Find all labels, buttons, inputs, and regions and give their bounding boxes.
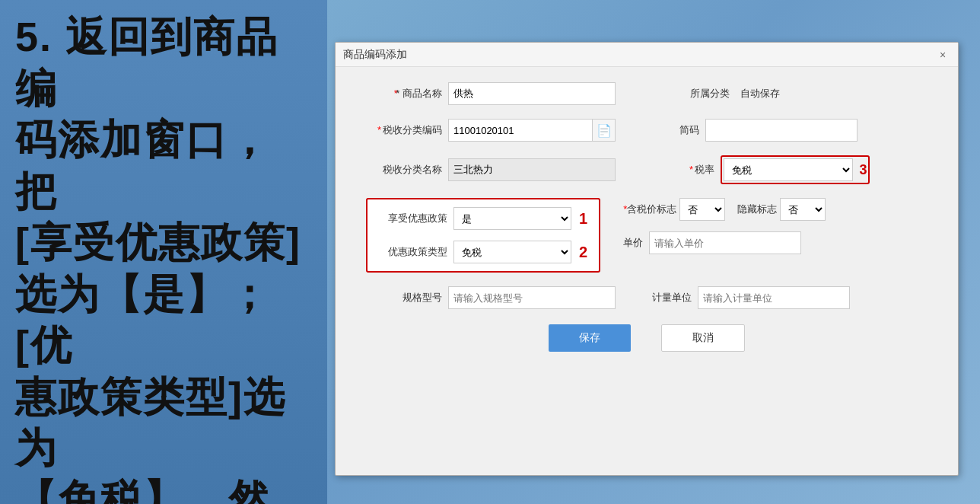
tax-code-browse-button[interactable]: 📄 xyxy=(593,119,616,142)
preferred-policy-select[interactable]: 是 否 xyxy=(453,207,571,230)
dialog-window: 商品编码添加 × * * 商品名称 所属分类 自动保存 *税收分类编码 📄 xyxy=(335,42,959,476)
unit-price-input[interactable] xyxy=(649,231,801,254)
policy-type-label: 优惠政策类型 xyxy=(379,245,447,259)
policy-type-row: 优惠政策类型 免税 2 xyxy=(379,241,587,263)
tax-code-input-group: 📄 xyxy=(448,119,616,142)
tax-rate-select[interactable]: 免税 xyxy=(724,158,853,181)
product-name-input[interactable] xyxy=(448,82,616,105)
preferred-policy-row: 享受优惠政策 是 否 1 xyxy=(379,207,587,230)
policy-type-select[interactable]: 免税 xyxy=(453,241,571,263)
unit-calc-label: 计量单位 xyxy=(646,291,692,305)
annotation-2: 2 xyxy=(579,244,587,261)
button-row: 保存 取消 xyxy=(366,324,928,352)
unit-price-row: 单价 xyxy=(623,231,928,254)
category-label: 所属分类 xyxy=(676,87,730,100)
tax-code-row: *税收分类编码 📄 简码 xyxy=(366,119,928,142)
policy-section-row: 享受优惠政策 是 否 1 优惠政策类型 免税 xyxy=(366,198,928,273)
product-name-label: * * 商品名称 xyxy=(366,87,442,100)
tax-rate-bordered-container: 免税 3 xyxy=(721,155,870,184)
instruction-text: 5. 返回到商品编码添加窗口，把[享受优惠政策]选为【是】；[优惠政策类型]选为… xyxy=(15,11,312,504)
preferred-policy-label: 享受优惠政策 xyxy=(379,212,447,225)
tax-category-label: 税收分类名称 xyxy=(366,163,442,177)
tax-include-row: *含税价标志 否 是 隐藏标志 否 是 xyxy=(623,198,928,221)
short-code-label: 简码 xyxy=(661,123,699,137)
left-background-panel: 5. 返回到商品编码添加窗口，把[享受优惠政策]选为【是】；[优惠政策类型]选为… xyxy=(0,0,327,504)
right-policy-fields: *含税价标志 否 是 隐藏标志 否 是 单价 xyxy=(600,198,928,254)
close-button[interactable]: × xyxy=(935,47,950,62)
dialog-body: * * 商品名称 所属分类 自动保存 *税收分类编码 📄 简码 税收分类名称 xyxy=(336,67,958,367)
dialog-title: 商品编码添加 xyxy=(343,48,407,62)
short-code-input[interactable] xyxy=(705,119,858,142)
tax-rate-label: *税率 xyxy=(638,163,714,177)
save-button[interactable]: 保存 xyxy=(549,324,631,352)
policy-bordered-box: 享受优惠政策 是 否 1 优惠政策类型 免税 xyxy=(366,198,600,273)
tax-category-input[interactable] xyxy=(448,158,616,181)
tax-code-label: *税收分类编码 xyxy=(366,123,442,137)
tax-include-select[interactable]: 否 是 xyxy=(679,198,725,221)
product-name-row: * * 商品名称 所属分类 自动保存 xyxy=(366,82,928,105)
hidden-label: 隐藏标志 xyxy=(737,203,777,216)
spec-input[interactable] xyxy=(448,286,616,309)
cancel-button[interactable]: 取消 xyxy=(661,324,745,352)
spec-label: 规格型号 xyxy=(366,291,442,305)
unit-input[interactable] xyxy=(698,286,850,309)
tax-code-input[interactable] xyxy=(448,119,593,142)
annotation-1: 1 xyxy=(579,210,587,228)
spec-unit-row: 规格型号 计量单位 xyxy=(366,286,928,309)
tax-category-row: 税收分类名称 *税率 免税 3 xyxy=(366,155,928,184)
unit-price-label: 单价 xyxy=(623,236,643,250)
hidden-select[interactable]: 否 是 xyxy=(780,198,826,221)
dialog-titlebar: 商品编码添加 × xyxy=(336,43,958,67)
annotation-3: 3 xyxy=(859,162,867,177)
category-value: 自动保存 xyxy=(740,87,780,100)
